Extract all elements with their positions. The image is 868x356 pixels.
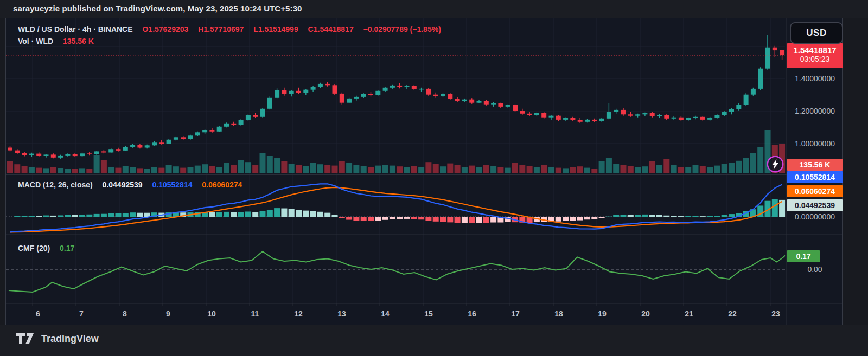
cmf-legend-title[interactable]: CMF (20) xyxy=(18,244,50,253)
candle-body xyxy=(578,120,583,122)
volume-bar xyxy=(274,158,280,173)
macd-histogram-bar xyxy=(628,215,634,217)
macd-histogram-bar xyxy=(584,217,590,219)
macd-histogram-bar xyxy=(447,217,453,222)
volume-bar xyxy=(267,156,273,173)
volume-bar xyxy=(375,166,381,173)
macd-histogram-bar xyxy=(296,210,302,217)
volume-bar xyxy=(332,166,338,173)
volume-bar xyxy=(534,167,540,173)
volume-bar xyxy=(425,162,431,173)
volume-bar xyxy=(368,167,374,173)
tradingview-logo-text: TradingView xyxy=(41,333,99,345)
volume-bar xyxy=(36,168,42,173)
candle-body xyxy=(224,124,229,127)
macd-histogram-bar xyxy=(433,217,439,222)
candle-body xyxy=(333,85,337,94)
candle-body xyxy=(181,137,186,139)
macd-signal-value: 0.06060274 xyxy=(202,180,242,189)
candle-body xyxy=(375,91,380,95)
candle-body xyxy=(58,156,63,158)
volume-bar xyxy=(130,167,136,173)
date-label: 14 xyxy=(369,309,401,318)
date-label: 6 xyxy=(22,309,54,318)
candle-body xyxy=(426,89,431,95)
volume-bar xyxy=(209,166,215,173)
candle-body xyxy=(592,120,597,121)
macd-histogram-bar xyxy=(43,216,49,217)
volume-bar xyxy=(303,166,309,173)
candle-body xyxy=(585,120,590,122)
candle-body xyxy=(773,48,777,50)
candle-body xyxy=(325,84,330,85)
macd-histogram-bar xyxy=(390,217,395,219)
currency-toggle-button[interactable]: USD xyxy=(790,22,843,44)
volume-bar xyxy=(7,161,13,173)
macd-histogram-bar xyxy=(729,214,735,217)
candle-body xyxy=(174,137,178,139)
macd-histogram-bar xyxy=(656,215,662,217)
macd-histogram-bar xyxy=(231,212,237,217)
candle-body xyxy=(368,94,373,95)
macd-histogram-bar xyxy=(772,199,778,217)
volume-bar xyxy=(289,164,295,173)
candle-body xyxy=(405,86,410,87)
candle-body xyxy=(282,90,286,94)
candle-body xyxy=(390,86,395,88)
volume-bar xyxy=(224,163,229,173)
candle-body xyxy=(130,145,135,147)
candle-body xyxy=(513,105,518,111)
volume-bar xyxy=(497,167,503,173)
macd-histogram-bar xyxy=(490,217,496,223)
candle-body xyxy=(736,105,741,109)
volume-bar xyxy=(231,165,237,173)
volume-bar xyxy=(750,153,756,173)
symbol-title[interactable]: WLD / US Dollar · 4h · BINANCE xyxy=(18,25,133,34)
macd-histogram-bar xyxy=(209,212,215,217)
cmf-value-tag: 0.17 xyxy=(787,250,820,262)
macd-histogram-bar xyxy=(361,217,367,221)
volume-bar xyxy=(729,163,735,173)
candle-body xyxy=(672,118,676,119)
volume-bar xyxy=(656,165,662,173)
volume-bar xyxy=(505,168,511,173)
macd-histogram-bar xyxy=(642,215,648,217)
volume-bar xyxy=(65,169,71,173)
candle-body xyxy=(664,115,669,119)
volume-bar xyxy=(512,163,518,173)
published-text: sarayucyzie published on TradingView.com… xyxy=(13,4,302,13)
macd-histogram-bar xyxy=(375,217,381,221)
tradingview-logo[interactable]: TradingView xyxy=(15,332,99,346)
candle-body xyxy=(714,115,719,118)
macd-histogram-bar xyxy=(397,217,403,219)
candle-body xyxy=(354,97,359,99)
macd-histogram-bar xyxy=(144,213,150,217)
volume-bar xyxy=(180,168,186,173)
boost-lightning-icon[interactable] xyxy=(766,155,784,173)
macd-histogram-bar xyxy=(332,215,338,217)
macd-histogram-bar xyxy=(289,209,295,217)
candle-body xyxy=(239,120,244,125)
candle-body xyxy=(202,130,207,133)
volume-bar xyxy=(216,167,222,173)
macd-legend-title[interactable]: MACD (12, 26, close) xyxy=(18,180,93,189)
chart-container: WLD / US Dollar · 4h · BINANCE O1.576292… xyxy=(5,18,843,325)
macd-histogram-bar xyxy=(65,215,71,217)
macd-histogram-bar xyxy=(606,217,612,217)
volume-legend-value: 135.56 K xyxy=(63,37,94,46)
screenshot-root: sarayucyzie published on TradingView.com… xyxy=(0,0,868,356)
volume-bar xyxy=(108,167,114,173)
chart-canvas[interactable] xyxy=(6,18,842,325)
date-label: 10 xyxy=(195,309,228,318)
macd-histogram-bar xyxy=(714,216,720,217)
candle-body xyxy=(556,116,561,120)
volume-legend-label[interactable]: Vol · WLD xyxy=(18,37,53,46)
cmf-line xyxy=(9,251,785,292)
candle-body xyxy=(383,88,388,91)
volume-bar xyxy=(353,165,359,173)
candle-body xyxy=(195,132,200,135)
volume-bar xyxy=(50,167,56,173)
macd-histogram-bar xyxy=(678,216,684,217)
volume-bar xyxy=(469,166,475,173)
volume-bar xyxy=(158,168,164,173)
